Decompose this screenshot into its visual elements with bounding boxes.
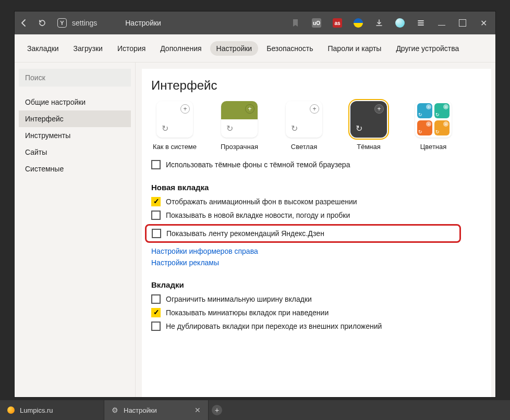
- check-news-weather[interactable]: Показывать в новой вкладке новости, пого…: [151, 211, 482, 220]
- reload-button[interactable]: [33, 19, 51, 27]
- plus-icon: +: [310, 104, 319, 114]
- bookmark-icon[interactable]: [291, 18, 300, 28]
- address-page-title: Настройки: [125, 19, 161, 27]
- section-title-tabs: Вкладки: [151, 280, 482, 289]
- reload-icon: ↻: [291, 123, 298, 133]
- titlebar-right: uO as ✕: [291, 18, 495, 28]
- new-tab-button[interactable]: +: [209, 400, 225, 420]
- link-informers[interactable]: Настройки информеров справа: [151, 247, 482, 255]
- back-button[interactable]: [15, 19, 33, 27]
- tab-lumpics[interactable]: Lumpics.ru: [0, 400, 104, 420]
- tab-downloads[interactable]: Загрузки: [67, 41, 109, 56]
- theme-label: Светлая: [291, 143, 317, 151]
- checkbox-icon[interactable]: [152, 229, 161, 238]
- checkbox-icon[interactable]: [151, 308, 161, 317]
- tab-security[interactable]: Безопасность: [260, 41, 319, 56]
- check-label: Отображать анимационный фон в высоком ра…: [166, 197, 357, 206]
- settings-sidebar: Общие настройки Интерфейс Инструменты Са…: [15, 63, 136, 397]
- checkbox-icon[interactable]: [151, 197, 161, 206]
- checkbox-icon[interactable]: [151, 294, 161, 304]
- theme-picker: +↻ Как в системе +↻ Прозрачная +↻ Светла…: [151, 101, 482, 151]
- sidebar-item-general[interactable]: Общие настройки: [19, 94, 131, 110]
- check-label: Показывать ленту рекомендаций Яндекс.Дзе…: [166, 229, 324, 238]
- tab-addons[interactable]: Дополнения: [154, 41, 208, 56]
- sidebar-item-system[interactable]: Системные: [19, 160, 131, 177]
- tab-settings-bottom[interactable]: ⚙ Настройки ✕: [104, 400, 209, 420]
- settings-main[interactable]: Интерфейс +↻ Как в системе +↻ Прозрачная…: [142, 69, 491, 397]
- check-zen-feed[interactable]: Показывать ленту рекомендаций Яндекс.Дзе…: [145, 224, 461, 243]
- ublock-icon[interactable]: uO: [312, 18, 321, 28]
- check-dark-bg[interactable]: Использовать тёмные фоны с тёмной темой …: [151, 160, 482, 169]
- reload-icon: ↻: [356, 123, 362, 133]
- page-heading: Интерфейс: [151, 78, 482, 93]
- plus-icon: +: [180, 104, 190, 114]
- theme-system[interactable]: +↻ Как в системе: [151, 101, 198, 151]
- tab-label: Lumpics.ru: [20, 406, 53, 414]
- theme-label: Прозрачная: [221, 143, 258, 151]
- theme-transparent[interactable]: +↻ Прозрачная: [216, 101, 263, 151]
- browser-tabstrip: Lumpics.ru ⚙ Настройки ✕ +: [0, 400, 510, 420]
- tab-history[interactable]: История: [111, 41, 152, 56]
- menu-icon[interactable]: [416, 18, 426, 28]
- settings-content: Общие настройки Интерфейс Инструменты Са…: [15, 63, 495, 397]
- titlebar: Y settings Настройки uO as ✕: [15, 11, 495, 34]
- link-ads[interactable]: Настройки рекламы: [151, 258, 482, 267]
- theme-label: Как в системе: [153, 143, 197, 151]
- check-tab-thumbs[interactable]: Показывать миниатюры вкладок при наведен…: [151, 308, 482, 317]
- tab-bookmarks[interactable]: Закладки: [21, 41, 65, 56]
- check-anim-bg[interactable]: Отображать анимационный фон в высоком ра…: [151, 197, 482, 206]
- check-label: Ограничить минимальную ширину вкладки: [166, 295, 312, 303]
- weather-icon[interactable]: [395, 18, 405, 28]
- tab-settings[interactable]: Настройки: [210, 41, 259, 56]
- settings-topnav: Закладки Загрузки История Дополнения Нас…: [15, 34, 495, 63]
- check-min-tab-width[interactable]: Ограничить минимальную ширину вкладки: [151, 294, 482, 304]
- tab-devices[interactable]: Другие устройства: [390, 41, 465, 56]
- checkbox-icon[interactable]: [151, 211, 161, 220]
- sidebar-item-sites[interactable]: Сайты: [19, 144, 131, 160]
- check-label: Показывать в новой вкладке новости, пого…: [166, 211, 350, 219]
- checkbox-icon[interactable]: [151, 160, 161, 169]
- address-host: settings: [72, 19, 97, 27]
- browser-window: Y settings Настройки uO as ✕ Закладки За: [15, 11, 495, 397]
- lastfm-icon[interactable]: as: [333, 18, 342, 28]
- close-button[interactable]: ✕: [479, 18, 488, 28]
- reload-icon: ↻: [162, 123, 168, 133]
- download-icon[interactable]: [374, 18, 384, 28]
- check-no-dup-tabs[interactable]: Не дублировать вкладки при переходе из в…: [151, 322, 482, 331]
- address-bar[interactable]: Y settings Настройки: [57, 18, 161, 28]
- tab-label: Настройки: [124, 406, 157, 414]
- lumpics-icon: [7, 406, 15, 414]
- tab-passwords[interactable]: Пароли и карты: [322, 41, 388, 56]
- plus-icon: +: [212, 405, 222, 415]
- theme-dark[interactable]: +↻ Тёмная: [345, 101, 392, 151]
- close-icon[interactable]: ✕: [195, 406, 201, 414]
- theme-label: Цветная: [420, 143, 447, 151]
- ukraine-icon[interactable]: [354, 18, 363, 28]
- sidebar-item-interface[interactable]: Интерфейс: [19, 110, 131, 127]
- checkbox-icon[interactable]: [151, 322, 161, 331]
- check-label: Не дублировать вкладки при переходе из в…: [166, 322, 382, 330]
- sidebar-item-tools[interactable]: Инструменты: [19, 127, 131, 144]
- check-label: Использовать тёмные фоны с тёмной темой …: [166, 160, 350, 169]
- gear-icon: ⚙: [112, 406, 118, 414]
- plus-icon: +: [245, 104, 254, 114]
- maximize-button[interactable]: [458, 18, 467, 28]
- theme-light[interactable]: +↻ Светлая: [281, 101, 327, 151]
- section-title-newtab: Новая вкладка: [151, 183, 482, 192]
- search-input[interactable]: [19, 69, 131, 87]
- reload-icon: ↻: [226, 123, 233, 133]
- yandex-icon: Y: [57, 18, 67, 28]
- plus-icon: +: [374, 104, 384, 114]
- minimize-button[interactable]: [437, 18, 446, 28]
- sidebar-list: Общие настройки Интерфейс Инструменты Са…: [19, 94, 131, 177]
- check-label: Показывать миниатюры вкладок при наведен…: [166, 308, 329, 317]
- theme-colored[interactable]: +↻ +↻ +↻ +↻ Цветная: [410, 101, 457, 151]
- theme-label: Тёмная: [357, 143, 381, 151]
